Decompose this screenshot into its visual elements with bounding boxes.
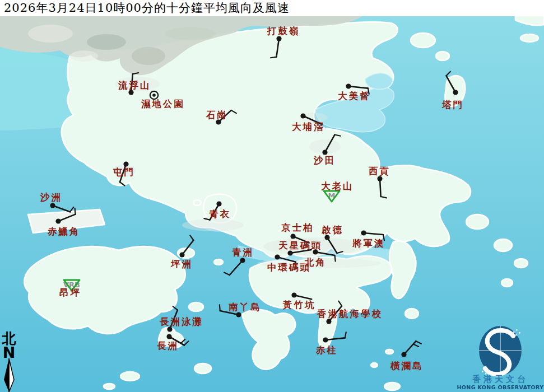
station-dot [361, 230, 366, 235]
station-dot [240, 258, 245, 263]
station-label-wetland-park: 濕地公園 [141, 99, 185, 109]
station-label-tai-mei-tuk: 大美督 [338, 91, 371, 101]
station-dot [453, 90, 458, 95]
station-dot [324, 235, 329, 240]
station-label-ta-kwu-ling: 打鼓嶺 [267, 26, 300, 36]
station-label-ngong-ping: 昂坪 [59, 287, 81, 298]
station-label-kai-tak: 啟德 [321, 225, 343, 235]
station-label-tap-mun: 塔門 [441, 100, 464, 110]
map-title: 2026年3月24日10時00分的十分鐘平均風向及風速 [0, 0, 544, 16]
station-dot [167, 326, 172, 332]
station-label-kings-park: 京士柏 [281, 222, 314, 233]
station-dot [50, 203, 55, 208]
station-dot [346, 83, 351, 88]
station-dot [166, 334, 171, 339]
wind-barb-tick [271, 57, 276, 58]
station-label-tuen-mun: 屯門 [113, 167, 135, 178]
station-label-stanley: 赤柱 [315, 345, 338, 356]
station-label-cheung-chau: 長洲 [157, 340, 179, 351]
station-dot [290, 234, 295, 239]
wind-barb-tick [334, 255, 335, 261]
station-label-sha-chau: 沙洲 [40, 192, 62, 203]
wind-barb-tick [220, 305, 220, 310]
station-dot [322, 150, 327, 155]
station-dot [287, 250, 292, 255]
station-label-hk-sea-school: 香港航海學校 [317, 309, 383, 319]
station-label-tates-cairn: 大老山 [321, 181, 354, 192]
wind-map: 打鼓嶺流浮山濕地公園石崗大埔滘大美督塔門沙田西貢M大老山屯門沙洲赤鱲角青衣京士柏… [0, 0, 544, 392]
wind-shaft [380, 179, 381, 197]
station-dot [326, 319, 331, 324]
station-dot [313, 249, 318, 254]
station-dot [152, 94, 156, 97]
station-dot [276, 36, 281, 41]
station-label-cheung-chau-beach: 長洲泳灘 [160, 316, 203, 327]
station-dot [123, 161, 128, 166]
station-label-waglan-island: 橫瀾島 [390, 361, 424, 371]
station-dot [275, 254, 280, 259]
hko-logo-english: HONG KONG OBSERVATORY [457, 384, 543, 390]
station-label-tai-po-kau: 大埔滘 [292, 122, 325, 132]
station-dot [216, 201, 221, 206]
station-label-lau-fau-shan: 流浮山 [118, 80, 151, 91]
station-dot [236, 312, 241, 317]
wind-map-page: 打鼓嶺流浮山濕地公園石崗大埔滘大美督塔門沙田西貢M大老山屯門沙洲赤鱲角青衣京士柏… [0, 0, 544, 392]
station-label-wong-chuk-hang: 黃竹坑 [282, 300, 316, 310]
station-label-star-ferry-pier: 天星碼頭 [278, 240, 322, 251]
station-label-tsing-yi: 青衣 [209, 209, 231, 220]
station-label-lamma-island: 南丫島 [229, 302, 262, 312]
station-label-peng-chau: 坪洲 [170, 259, 193, 269]
station-dot [401, 352, 406, 357]
station-dot [291, 292, 296, 297]
wind-barb-tick [75, 208, 76, 214]
station-label-sha-tin: 沙田 [313, 155, 336, 166]
station-label-tseung-kwan-o: 將軍澳 [352, 238, 385, 249]
hko-logo-chinese: 香港天文台 [472, 374, 528, 384]
station-label-central-pier: 中環碼頭 [267, 262, 311, 273]
station-dot [179, 252, 184, 257]
station-label-green-island: 青洲 [232, 247, 254, 258]
station-label-shek-kong: 石崗 [206, 110, 228, 120]
station-label-sai-kung: 西貢 [368, 166, 390, 176]
station-dot [377, 176, 382, 181]
station-dot [323, 337, 328, 342]
station-dot [55, 218, 61, 223]
title-bar: 2026年3月24日10時00分的十分鐘平均風向及風速 [0, 0, 544, 16]
station-label-chek-lap-kok: 赤鱲角 [47, 226, 81, 237]
station-dot [300, 113, 305, 118]
